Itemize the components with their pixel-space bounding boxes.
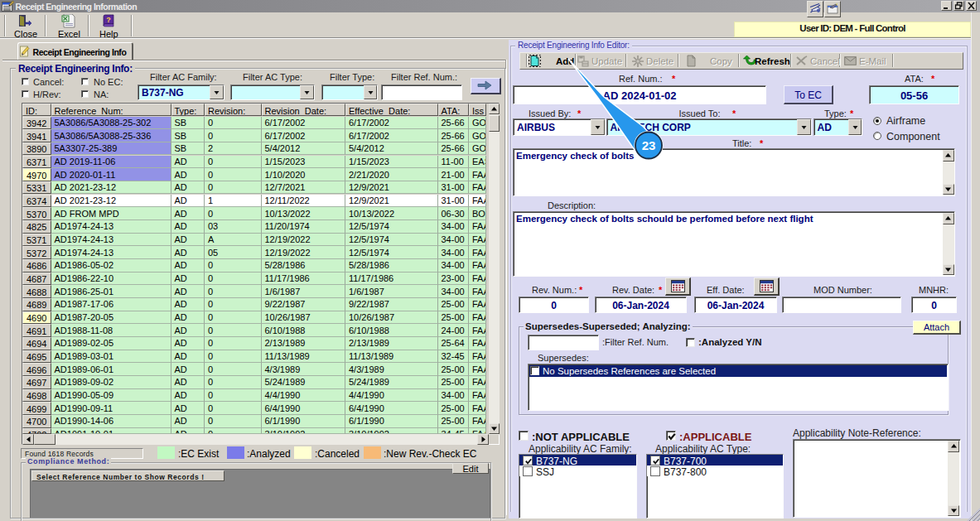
svg-text:?: ? [106,16,111,24]
svg-text:23: 23 [642,138,656,152]
